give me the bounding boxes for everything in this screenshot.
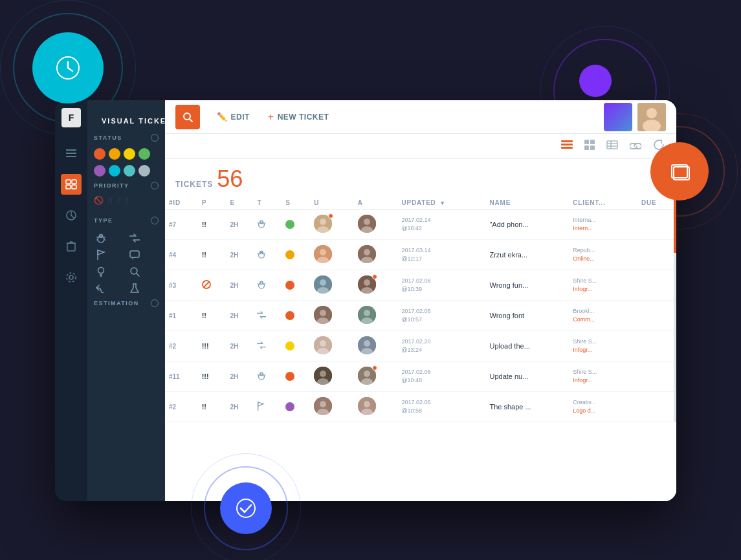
svg-rect-45 [590, 140, 595, 144]
table-row[interactable]: #2!!!2H 2017.02.20@13:24Upload the...Shi… [165, 331, 676, 361]
avatar-wrap [314, 245, 332, 264]
svg-line-77 [264, 283, 266, 285]
td-assignee [354, 361, 398, 392]
table-header: #ID P E T S U A UPDATED ▼ NAME CLIENT...… [165, 197, 676, 210]
svg-line-54 [258, 222, 260, 224]
svg-point-74 [259, 283, 265, 288]
col-p: P [198, 197, 227, 210]
type-message-icon[interactable] [127, 248, 142, 262]
td-priority: !!! [198, 331, 227, 361]
svg-point-111 [364, 401, 370, 407]
col-name: NAME [485, 197, 569, 210]
td-assignee [354, 270, 398, 301]
scroll-thumb [674, 197, 676, 253]
td-assignee [354, 210, 398, 240]
tickets-label: TICKETS [175, 180, 213, 189]
status-dot-gray[interactable] [138, 165, 150, 177]
avatar [358, 336, 376, 354]
sidebar-tickets-icon[interactable] [61, 174, 82, 195]
td-assignee [354, 331, 398, 361]
avatar-wrap [358, 245, 376, 264]
view-link-btn[interactable] [627, 139, 644, 153]
avatar-wrap [358, 275, 376, 295]
table-row[interactable]: #1!!2H 2017.02.06@10:57Wrong fontBrookl.… [165, 301, 676, 331]
svg-point-79 [320, 279, 326, 286]
avatar-wrap [314, 397, 332, 416]
view-table-btn[interactable] [604, 139, 621, 153]
filter-panel: VISUAL TICKETS STATUS PRIORITY 🚫 ‼ ‼ [87, 100, 165, 501]
status-color-dot [285, 402, 294, 411]
status-dot-teal[interactable] [109, 165, 120, 177]
td-updated: 2017.02.06@10:39 [397, 270, 485, 301]
status-dot-yellow[interactable] [124, 148, 135, 160]
type-search-icon[interactable] [127, 264, 142, 279]
svg-rect-42 [561, 144, 573, 145]
view-grid-btn[interactable] [582, 138, 597, 154]
svg-point-101 [320, 371, 326, 377]
status-dot-red[interactable] [94, 148, 105, 160]
td-estimation: 2H [227, 361, 254, 392]
priority-blocked[interactable]: 🚫 [94, 196, 104, 206]
type-section-title: TYPE [94, 217, 159, 224]
type-bug-icon[interactable] [94, 231, 108, 245]
tickets-count: 56 [217, 166, 243, 193]
td-priority: !! [198, 210, 227, 240]
svg-rect-46 [584, 145, 589, 150]
td-ticket-id: #1 [165, 301, 198, 331]
td-ticket-id: #11 [165, 361, 198, 392]
type-toggle[interactable] [151, 217, 159, 224]
type-flag-icon[interactable] [94, 248, 108, 262]
type-transfer-icon[interactable] [127, 231, 142, 245]
type-lightbulb-icon[interactable] [94, 264, 108, 279]
priority-high[interactable]: ‼ [116, 196, 121, 206]
table-row[interactable]: #7!!2H 2017.02.14@16:42"Add phon...Inter… [165, 210, 676, 240]
sidebar-chart-icon[interactable] [61, 205, 82, 226]
td-status [282, 331, 310, 361]
type-undo-icon[interactable] [94, 281, 108, 296]
svg-rect-43 [561, 147, 573, 149]
search-button[interactable] [175, 105, 200, 129]
status-color-dot [285, 311, 294, 320]
ticket-table: #ID P E T S U A UPDATED ▼ NAME CLIENT...… [165, 197, 676, 422]
col-e: E [227, 197, 254, 210]
new-ticket-button[interactable]: + NEW TICKET [259, 111, 338, 123]
edit-button[interactable]: ✏️ EDIT [208, 112, 259, 122]
estimation-toggle[interactable] [151, 299, 159, 307]
status-color-dot [285, 372, 294, 381]
tickets-area: TICKETS 56 #ID P E T S U A UPDAT [165, 159, 676, 501]
sidebar-trash-icon[interactable] [61, 236, 82, 257]
priority-normal[interactable]: ! [125, 196, 128, 206]
svg-point-19 [69, 275, 73, 279]
svg-point-96 [259, 374, 265, 380]
status-dot-green[interactable] [138, 148, 150, 160]
td-client: Shire S...Infogr... [569, 361, 637, 392]
table-row[interactable]: #11!!!2H 2017.02.06@10:48Update nu...Shi… [165, 361, 676, 392]
status-dot-cyan[interactable] [124, 165, 135, 177]
tablet-container: F [55, 100, 676, 501]
priority-critical[interactable]: ‼ [107, 196, 113, 206]
sidebar-menu-icon[interactable] [61, 143, 82, 164]
td-user [310, 270, 354, 301]
col-updated: UPDATED ▼ [397, 197, 485, 210]
table-row[interactable]: #3 2H 2017.02.06@10:39Wrong fun...Shire … [165, 270, 676, 301]
status-toggle[interactable] [151, 134, 159, 142]
status-color-dot [285, 341, 294, 350]
view-list-btn[interactable] [559, 139, 575, 153]
type-flask-icon[interactable] [127, 281, 142, 296]
status-dot-purple[interactable] [94, 165, 105, 177]
svg-point-20 [67, 273, 76, 282]
sidebar-settings-icon[interactable] [61, 267, 82, 288]
avatar [358, 215, 376, 233]
priority-toggle[interactable] [151, 182, 159, 189]
priority-section-title: PRIORITY [94, 182, 159, 189]
td-estimation: 2H [227, 301, 254, 331]
table-row[interactable]: #2!!2H 2017.02.06@10:58The shape ...Crea… [165, 392, 676, 422]
td-status [282, 392, 310, 422]
svg-point-57 [320, 219, 326, 225]
svg-rect-14 [67, 243, 75, 251]
svg-rect-44 [584, 140, 589, 144]
scroll-track[interactable] [674, 197, 676, 422]
status-dot-orange[interactable] [109, 148, 120, 160]
deco-circle-blue [220, 482, 272, 534]
table-row[interactable]: #4!!2H 2017.03.14@12:17Zrzut ekra...Repu… [165, 240, 676, 270]
